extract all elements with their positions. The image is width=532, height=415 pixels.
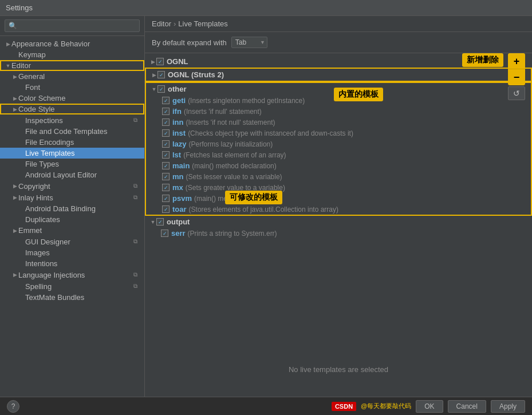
item-checkbox[interactable] bbox=[162, 162, 170, 169]
remove-button[interactable]: − bbox=[508, 69, 525, 85]
item-checkbox[interactable] bbox=[162, 140, 170, 148]
template-abbrev: serr bbox=[171, 229, 186, 238]
cancel-button[interactable]: Cancel bbox=[448, 400, 486, 413]
sidebar-item-gui-designer[interactable]: GUI Designer ⧉ bbox=[0, 236, 144, 247]
item-checkbox[interactable] bbox=[162, 184, 170, 191]
sidebar-item-live-templates[interactable]: Live Templates bbox=[0, 148, 144, 159]
sidebar-item-file-encodings[interactable]: File Encodings bbox=[0, 137, 144, 148]
sidebar-item-inspections[interactable]: Inspections ⧉ bbox=[0, 114, 144, 126]
annotation-add-delete: 新增删除 bbox=[462, 53, 503, 67]
sidebar-item-emmet[interactable]: Emmet bbox=[0, 225, 144, 236]
expand-select[interactable]: Tab Enter Space bbox=[231, 37, 267, 48]
copy-icon: ⧉ bbox=[131, 237, 140, 246]
sidebar-item-label: File and Code Templates bbox=[25, 127, 108, 136]
no-selection-text: No live templates are selected bbox=[289, 365, 388, 374]
item-checkbox[interactable] bbox=[162, 151, 170, 159]
sidebar-item-file-types[interactable]: File Types bbox=[0, 159, 144, 169]
group-checkbox[interactable] bbox=[157, 71, 165, 78]
item-checkbox[interactable] bbox=[162, 97, 170, 104]
sidebar-item-general[interactable]: General bbox=[0, 71, 144, 82]
sidebar-item-label: Editor bbox=[11, 61, 31, 70]
sidebar-item-code-style[interactable]: Code Style bbox=[0, 104, 144, 114]
main-panel: Editor › Live Templates By default expan… bbox=[145, 16, 532, 397]
template-abbrev: main bbox=[172, 161, 190, 170]
group-checkbox[interactable] bbox=[156, 58, 164, 65]
item-checkbox[interactable] bbox=[162, 118, 170, 126]
templates-area: OGNL OGNL (Struts 2) bbox=[145, 53, 532, 397]
settings-window: Settings Appearance & Behavior Keymap bbox=[0, 0, 532, 415]
group-checkbox[interactable] bbox=[157, 85, 165, 93]
group-checkbox[interactable] bbox=[156, 218, 164, 226]
sidebar-item-language-injections[interactable]: Language Injections ⧉ bbox=[0, 269, 144, 280]
restore-button[interactable]: ↺ bbox=[508, 86, 525, 100]
item-checkbox[interactable] bbox=[162, 195, 170, 202]
sidebar-item-spelling[interactable]: Spelling ⧉ bbox=[0, 280, 144, 292]
template-item-inst[interactable]: inst (Checks object type with instanceof… bbox=[146, 128, 531, 139]
sidebar-item-duplicates[interactable]: Duplicates bbox=[0, 214, 144, 225]
sidebar-item-file-code-templates[interactable]: File and Code Templates bbox=[0, 126, 144, 137]
group-header-ognl-struts2[interactable]: OGNL (Struts 2) bbox=[146, 69, 531, 81]
sidebar-item-editor[interactable]: Editor bbox=[0, 60, 144, 71]
template-item-mn[interactable]: mn (Sets lesser value to a variable) bbox=[146, 171, 531, 182]
item-checkbox[interactable] bbox=[162, 205, 170, 213]
template-abbrev: toar bbox=[172, 205, 187, 214]
sidebar-item-images[interactable]: Images bbox=[0, 247, 144, 258]
template-item-main[interactable]: main (main() method declaration) bbox=[146, 160, 531, 171]
template-abbrev: lazy bbox=[172, 140, 187, 148]
arrow-icon bbox=[151, 86, 157, 93]
group-name: other bbox=[168, 85, 187, 93]
add-button[interactable]: + bbox=[508, 53, 525, 69]
sidebar-item-label: Appearance & Behavior bbox=[11, 39, 90, 48]
apply-button[interactable]: Apply bbox=[491, 400, 525, 413]
main-content: Appearance & Behavior Keymap Editor Gene… bbox=[0, 16, 532, 397]
item-checkbox[interactable] bbox=[162, 173, 170, 180]
item-checkbox[interactable] bbox=[162, 108, 170, 115]
user-text: @每天都要敲代码 bbox=[361, 402, 411, 410]
sidebar-item-intentions[interactable]: Intentions bbox=[0, 258, 144, 269]
search-input[interactable] bbox=[5, 19, 140, 32]
sidebar-item-label: TextMate Bundles bbox=[25, 293, 84, 302]
template-item-lst[interactable]: lst (Fetches last element of an array) bbox=[146, 149, 531, 160]
copy-icon: ⧉ bbox=[131, 270, 140, 279]
template-item-lazy[interactable]: lazy (Performs lazy initialization) bbox=[146, 139, 531, 149]
annotation-inner: 内置的模板 bbox=[334, 88, 383, 101]
sidebar-item-textmate[interactable]: TextMate Bundles bbox=[0, 292, 144, 303]
group-items-output: serr (Prints a string to System.err) bbox=[145, 228, 532, 239]
sidebar-item-keymap[interactable]: Keymap bbox=[0, 49, 144, 60]
copy-icon: ⧉ bbox=[131, 181, 140, 191]
sidebar-item-label: Copyright bbox=[18, 182, 50, 191]
item-checkbox[interactable] bbox=[161, 230, 168, 237]
sidebar-item-appearance[interactable]: Appearance & Behavior bbox=[0, 38, 144, 49]
arrow-icon bbox=[11, 183, 18, 189]
template-abbrev: mx bbox=[172, 183, 183, 192]
arrow-icon bbox=[5, 41, 11, 48]
ok-button[interactable]: OK bbox=[416, 400, 443, 413]
expand-label: By default expand with bbox=[152, 38, 227, 47]
sidebar-item-android-data-binding[interactable]: Android Data Binding bbox=[0, 203, 144, 214]
template-item-psvm[interactable]: psvm (main() method declaration) bbox=[146, 193, 531, 204]
arrow-icon bbox=[149, 219, 156, 226]
item-checkbox[interactable] bbox=[162, 129, 170, 137]
sidebar-item-label: Inspections bbox=[25, 116, 63, 125]
group-header-output[interactable]: output bbox=[145, 216, 532, 228]
sidebar-item-inlay-hints[interactable]: Inlay Hints ⧉ bbox=[0, 192, 144, 203]
sidebar: Appearance & Behavior Keymap Editor Gene… bbox=[0, 16, 145, 397]
sidebar-item-copyright[interactable]: Copyright ⧉ bbox=[0, 180, 144, 192]
template-desc: (Inserts singleton method getInstance) bbox=[188, 97, 305, 105]
sidebar-item-label: Android Layout Editor bbox=[25, 171, 97, 179]
template-abbrev: ifn bbox=[172, 107, 182, 116]
template-item-inn[interactable]: inn (Inserts 'if not null' statement) bbox=[146, 117, 531, 128]
help-button[interactable]: ? bbox=[7, 400, 19, 413]
template-item-serr[interactable]: serr (Prints a string to System.err) bbox=[145, 228, 532, 239]
arrow-icon bbox=[11, 271, 18, 278]
copy-icon: ⧉ bbox=[131, 193, 140, 202]
template-item-ifn[interactable]: ifn (Inserts 'if null' statement) bbox=[146, 106, 531, 117]
template-abbrev: psvm bbox=[172, 194, 192, 203]
template-item-toar[interactable]: toar (Stores elements of java.util.Colle… bbox=[146, 204, 531, 215]
template-item-mx[interactable]: mx (Sets greater value to a variable) bbox=[146, 182, 531, 193]
sidebar-item-font[interactable]: Font bbox=[0, 82, 144, 93]
arrow-icon bbox=[11, 95, 18, 102]
sidebar-item-android-layout[interactable]: Android Layout Editor bbox=[0, 169, 144, 180]
sidebar-item-color-scheme[interactable]: Color Scheme bbox=[0, 93, 144, 104]
template-group-output: output serr (Prints a string to System.e… bbox=[145, 216, 532, 239]
